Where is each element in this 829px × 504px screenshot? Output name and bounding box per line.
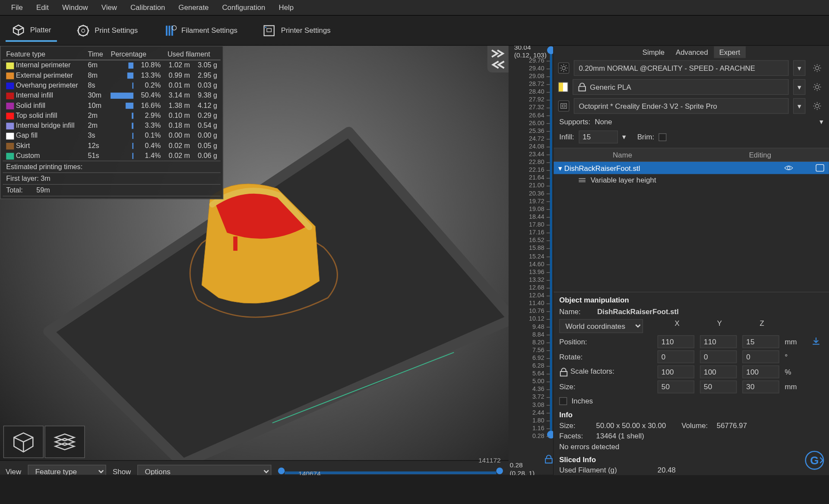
horizontal-slider[interactable]: 140674 141172 bbox=[278, 467, 503, 475]
view-label: View bbox=[6, 467, 21, 475]
svg-rect-12 bbox=[233, 236, 237, 251]
bottom-bar: View Feature type Show Options 140674 14… bbox=[0, 460, 509, 475]
chevron-double-left-icon bbox=[490, 60, 505, 69]
print-preset-select[interactable]: 0.20mm NORMAL @CREALITY - SPEED - ARACHN… bbox=[574, 60, 789, 76]
stats-row: Internal bridge infill2m3.3%0.18 m0.54 g bbox=[3, 120, 220, 130]
filament-color-swatch[interactable] bbox=[558, 82, 568, 92]
eta-header: Estimated printing times: bbox=[3, 161, 220, 172]
infill-label: Infill: bbox=[560, 133, 575, 141]
menu-window[interactable]: Window bbox=[55, 1, 95, 14]
brand-logo-icon: G bbox=[804, 450, 825, 470]
svg-rect-3 bbox=[168, 25, 170, 35]
object-row[interactable]: ▾ DishRackRaiserFoot.stl bbox=[554, 162, 829, 174]
menu-generate[interactable]: Generate bbox=[172, 1, 215, 14]
manipulation-header: Object manipulation bbox=[554, 292, 829, 305]
manip-0-1[interactable] bbox=[700, 335, 737, 348]
layer-slider[interactable] bbox=[550, 49, 552, 436]
tab-printer[interactable]: Printer Settings bbox=[256, 20, 336, 41]
manip-1-1[interactable] bbox=[700, 350, 737, 363]
manip-0-2[interactable] bbox=[743, 335, 779, 348]
menu-calibration[interactable]: Calibration bbox=[123, 1, 171, 14]
dropdown-icon[interactable]: ▾ bbox=[793, 60, 805, 76]
manip-2-0[interactable] bbox=[658, 365, 694, 378]
menu-view[interactable]: View bbox=[95, 1, 123, 14]
edit-icon[interactable] bbox=[816, 164, 825, 172]
platter-icon bbox=[11, 22, 26, 37]
stats-row: Internal perimeter6m10.8%1.02 m3.05 g bbox=[3, 60, 220, 70]
inches-checkbox[interactable] bbox=[560, 397, 567, 405]
layer-slider-thumb-top[interactable] bbox=[547, 46, 553, 54]
stats-row: Gap fill3s0.1%0.00 m0.00 g bbox=[3, 131, 220, 141]
object-child-row[interactable]: Variable layer height bbox=[554, 174, 829, 186]
mode-advanced[interactable]: Advanced bbox=[670, 46, 714, 58]
svg-rect-7 bbox=[267, 28, 271, 32]
stats-row: Overhang perimeter8s0.2%0.01 m0.03 g bbox=[3, 80, 220, 90]
hslider-thumb-right[interactable] bbox=[496, 467, 503, 474]
manip-2-1[interactable] bbox=[700, 365, 737, 378]
printer-icon bbox=[262, 23, 277, 38]
right-panel: SimpleAdvancedExpert 0.20mm NORMAL @CREA… bbox=[553, 46, 829, 475]
supports-select[interactable]: None bbox=[595, 118, 815, 126]
manip-1-0[interactable] bbox=[658, 350, 694, 363]
info-header: Info bbox=[554, 407, 829, 420]
menu-edit[interactable]: Edit bbox=[29, 1, 55, 14]
menu-help[interactable]: Help bbox=[272, 1, 301, 14]
chevron-double-right-icon bbox=[490, 49, 505, 58]
edit-printer-preset-button[interactable] bbox=[810, 99, 825, 113]
mode-tabs: SimpleAdvancedExpert bbox=[554, 46, 829, 59]
mode-expert[interactable]: Expert bbox=[714, 46, 746, 58]
svg-rect-20 bbox=[816, 164, 824, 171]
dropdown-icon[interactable]: ▾ bbox=[622, 133, 626, 141]
printer-icon bbox=[558, 101, 570, 112]
manip-3-2[interactable] bbox=[743, 381, 779, 394]
printer-preset-select[interactable]: Octoprint * Creality Ender-3 V2 - Sprite… bbox=[574, 98, 789, 114]
manip-0-0[interactable] bbox=[658, 335, 694, 348]
feature-stats-panel: Feature type Time Percentage Used filame… bbox=[0, 46, 223, 199]
menu-configuration[interactable]: Configuration bbox=[215, 1, 272, 14]
edit-print-preset-button[interactable] bbox=[810, 61, 825, 76]
menu-file[interactable]: File bbox=[4, 1, 29, 14]
drop-to-bed-icon[interactable] bbox=[812, 337, 821, 346]
show-label: Show bbox=[113, 467, 131, 475]
hslider-thumb-left[interactable] bbox=[278, 467, 285, 474]
svg-point-14 bbox=[816, 66, 819, 70]
mode-simple[interactable]: Simple bbox=[637, 46, 670, 58]
brim-checkbox[interactable] bbox=[659, 133, 667, 141]
manip-1-2[interactable] bbox=[743, 350, 779, 363]
print-preset-row: 0.20mm NORMAL @CREALITY - SPEED - ARACHN… bbox=[554, 59, 829, 78]
tab-filament[interactable]: Filament Settings bbox=[157, 20, 243, 41]
layer-slider-thumb-bottom[interactable] bbox=[547, 431, 553, 438]
eye-icon[interactable] bbox=[785, 164, 794, 173]
coord-system-select[interactable]: World coordinates bbox=[560, 319, 643, 333]
infill-input[interactable] bbox=[579, 131, 618, 144]
print-icon bbox=[76, 23, 90, 38]
supports-label: Supports: bbox=[560, 118, 591, 126]
gear-icon bbox=[558, 63, 570, 74]
dropdown-icon[interactable]: ▾ bbox=[793, 98, 805, 114]
dropdown-icon[interactable]: ▾ bbox=[820, 118, 823, 126]
stats-row: Custom51s1.4%0.02 m0.06 g bbox=[3, 151, 220, 161]
stats-row: Internal infill30m50.4%3.14 m9.38 g bbox=[3, 90, 220, 100]
manip-3-1[interactable] bbox=[700, 381, 737, 394]
tab-print[interactable]: Print Settings bbox=[70, 20, 143, 41]
manip-3-0[interactable] bbox=[658, 381, 694, 394]
svg-rect-17 bbox=[562, 105, 565, 107]
lock-icon bbox=[578, 82, 587, 91]
show-options-select[interactable]: Options bbox=[138, 465, 272, 475]
viewport-3d[interactable]: Feature type Time Percentage Used filame… bbox=[0, 46, 553, 475]
svg-text:G: G bbox=[810, 454, 819, 466]
tab-platter[interactable]: Platter bbox=[6, 19, 57, 42]
view-3d-editor-button[interactable] bbox=[3, 426, 44, 458]
dropdown-icon[interactable]: ▾ bbox=[793, 79, 805, 95]
filament-preset-select[interactable]: Generic PLA bbox=[573, 79, 789, 95]
view-layers-button[interactable] bbox=[44, 426, 85, 458]
svg-point-8 bbox=[265, 26, 266, 28]
svg-point-18 bbox=[816, 104, 819, 108]
stats-row: Top solid infill2m2.9%0.10 m0.29 g bbox=[3, 110, 220, 120]
edit-filament-preset-button[interactable] bbox=[810, 80, 825, 94]
manip-2-2[interactable] bbox=[743, 365, 779, 378]
lock-icon bbox=[560, 368, 569, 377]
collapse-sidebar-toggle[interactable] bbox=[487, 46, 509, 72]
sliced-info-header: Sliced Info bbox=[554, 452, 829, 465]
view-type-select[interactable]: Feature type bbox=[28, 465, 106, 475]
